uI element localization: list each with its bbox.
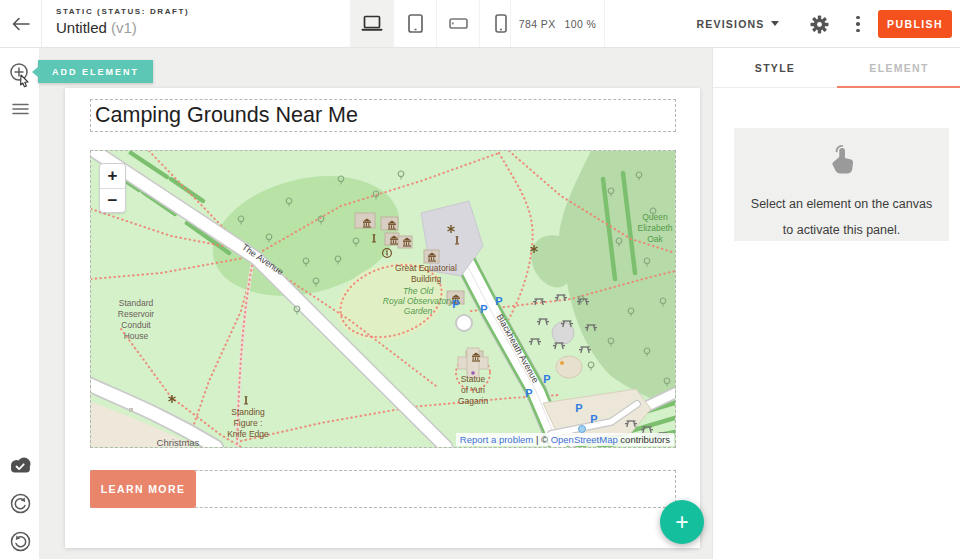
svg-text:P: P bbox=[495, 295, 502, 307]
back-arrow-icon bbox=[12, 17, 30, 31]
svg-text:Statue: Statue bbox=[461, 374, 486, 384]
cloud-check-icon bbox=[8, 456, 33, 474]
map-zoom-in-button[interactable]: + bbox=[100, 164, 125, 188]
svg-text:Christmas: Christmas bbox=[157, 437, 200, 447]
tap-icon bbox=[825, 144, 859, 178]
empty-state-text: Select an element on the canvas to activ… bbox=[734, 191, 949, 243]
svg-text:P: P bbox=[590, 413, 597, 425]
redo-button[interactable] bbox=[0, 526, 40, 556]
svg-text:Garden: Garden bbox=[404, 306, 433, 316]
map-zoom-control: + − bbox=[99, 163, 126, 213]
openstreetmap-canvas: P P P P P P P The Avenue Blackheath Aven… bbox=[91, 151, 675, 447]
back-button[interactable] bbox=[0, 0, 42, 47]
phone-icon bbox=[495, 14, 507, 33]
navigator-button[interactable] bbox=[0, 94, 40, 124]
svg-text:Great Equatorial: Great Equatorial bbox=[395, 263, 457, 273]
chevron-down-icon bbox=[771, 21, 779, 26]
button-row-element[interactable]: LEARN MORE bbox=[90, 470, 676, 508]
inspector-tabs: STYLE ELEMENT bbox=[713, 48, 960, 88]
svg-text:P: P bbox=[575, 402, 582, 414]
zoom-level-value: 100 % bbox=[565, 18, 597, 30]
panel-empty-state: Select an element on the canvas to activ… bbox=[734, 128, 949, 241]
redo-icon bbox=[10, 531, 31, 552]
tab-element[interactable]: ELEMENT bbox=[837, 48, 960, 87]
svg-text:P: P bbox=[480, 303, 487, 315]
svg-text:Building: Building bbox=[411, 274, 442, 284]
report-problem-link[interactable]: Report a problem bbox=[460, 434, 533, 445]
inspector-panel: STYLE ELEMENT Select an element on the c… bbox=[712, 48, 960, 559]
map-element[interactable]: P P P P P P P The Avenue Blackheath Aven… bbox=[90, 150, 676, 448]
document-title: Untitled (v1) bbox=[56, 19, 189, 36]
svg-text:Royal Observatory: Royal Observatory bbox=[383, 296, 454, 306]
add-element-icon bbox=[8, 62, 32, 88]
viewport-width-value: 784 PX bbox=[519, 18, 556, 30]
heading-element[interactable]: Camping Grounds Near Me bbox=[90, 99, 676, 132]
map-zoom-out-button[interactable]: − bbox=[100, 188, 125, 212]
device-tablet-landscape-button[interactable] bbox=[436, 0, 479, 47]
svg-text:Figure :: Figure : bbox=[234, 418, 263, 428]
left-sidebar bbox=[0, 48, 40, 559]
svg-text:Standard: Standard bbox=[119, 298, 154, 308]
publish-button[interactable]: PUBLISH bbox=[878, 10, 952, 38]
openstreetmap-link[interactable]: OpenStreetMap bbox=[551, 434, 618, 445]
document-status: STATIC (STATUS: DRAFT) bbox=[56, 7, 189, 16]
gear-icon bbox=[810, 15, 829, 34]
undo-button[interactable] bbox=[0, 488, 40, 518]
svg-text:Queen: Queen bbox=[642, 212, 668, 222]
svg-text:of Yuri: of Yuri bbox=[461, 385, 485, 395]
add-block-fab[interactable]: + bbox=[660, 500, 704, 544]
menu-lines-icon bbox=[12, 103, 29, 115]
editor-canvas[interactable]: Camping Grounds Near Me bbox=[40, 48, 712, 559]
svg-text:The Old: The Old bbox=[403, 286, 434, 296]
svg-text:Knife Edge: Knife Edge bbox=[227, 429, 269, 439]
save-status-indicator bbox=[0, 450, 40, 480]
svg-text:Gagarin: Gagarin bbox=[458, 396, 489, 406]
undo-icon bbox=[10, 493, 31, 514]
device-desktop-button[interactable] bbox=[350, 0, 393, 47]
tab-style[interactable]: STYLE bbox=[713, 48, 837, 87]
svg-text:Oak: Oak bbox=[647, 234, 663, 244]
svg-text:P: P bbox=[452, 298, 459, 310]
svg-text:House: House bbox=[124, 331, 149, 341]
page-builder-app: STATIC (STATUS: DRAFT) Untitled (v1) bbox=[0, 0, 960, 559]
document-title-block: STATIC (STATUS: DRAFT) Untitled (v1) bbox=[56, 7, 189, 36]
add-element-tooltip: ADD ELEMENT bbox=[38, 60, 153, 83]
top-toolbar: STATIC (STATUS: DRAFT) Untitled (v1) bbox=[0, 0, 960, 48]
svg-text:Reservoir: Reservoir bbox=[118, 309, 155, 319]
revisions-dropdown[interactable]: REVISIONS bbox=[693, 0, 783, 47]
device-tablet-button[interactable] bbox=[393, 0, 436, 47]
page-surface[interactable]: Camping Grounds Near Me bbox=[65, 88, 700, 548]
svg-text:P: P bbox=[543, 373, 550, 385]
desktop-icon bbox=[361, 15, 383, 32]
svg-text:P: P bbox=[525, 387, 532, 399]
document-version: (v1) bbox=[111, 19, 137, 36]
tablet-landscape-icon bbox=[449, 18, 468, 29]
cursor-icon bbox=[21, 75, 28, 87]
svg-text:Conduit: Conduit bbox=[121, 320, 151, 330]
settings-button[interactable] bbox=[806, 12, 832, 36]
learn-more-button[interactable]: LEARN MORE bbox=[90, 470, 196, 508]
map-attribution: Report a problem | © OpenStreetMap contr… bbox=[456, 433, 674, 446]
svg-text:Standing: Standing bbox=[231, 407, 265, 417]
svg-text:Elizabeth: Elizabeth bbox=[638, 223, 673, 233]
tablet-icon bbox=[408, 14, 423, 33]
kebab-icon bbox=[856, 16, 860, 20]
more-options-button[interactable] bbox=[848, 12, 868, 36]
viewport-info: 784 PX 100 % bbox=[510, 0, 605, 47]
